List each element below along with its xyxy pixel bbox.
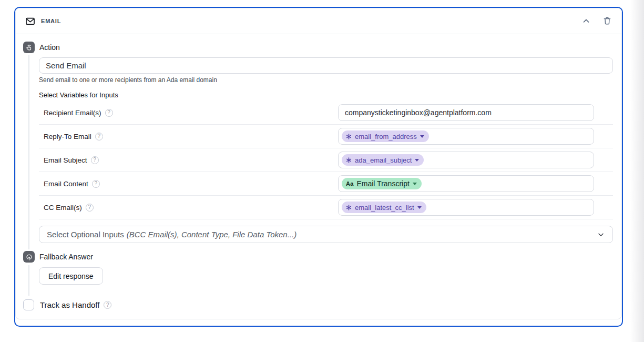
block-header: EMAIL (16, 8, 621, 34)
help-icon[interactable]: ? (105, 109, 113, 117)
action-select-input[interactable]: Send Email (39, 57, 613, 74)
connector-line (28, 265, 29, 296)
action-description: Send email to one or more recipients fro… (39, 76, 613, 84)
inputs-section-title: Select Variables for Inputs (39, 91, 613, 99)
row-label-text: Recipient Email(s) (44, 109, 101, 117)
caret-down-icon (413, 183, 417, 185)
help-icon[interactable]: ? (95, 133, 103, 140)
fallback-section-head: Fallback Answer (23, 251, 613, 263)
envelope-icon (25, 16, 35, 26)
optional-inputs-select[interactable]: Select Optional Inputs (BCC Email(s), Co… (39, 226, 613, 243)
variable-pill[interactable]: ada_email_subject (342, 154, 424, 166)
track-as-handoff-row: Track as Handoff ? (23, 299, 613, 310)
fallback-label: Fallback Answer (39, 253, 93, 261)
block-title: EMAIL (41, 18, 61, 24)
help-icon[interactable]: ? (92, 180, 100, 188)
row-label-text: Email Subject (44, 156, 87, 164)
delete-trash-icon[interactable] (602, 16, 612, 26)
action-label: Action (39, 43, 60, 52)
row-cc-emails: CC Email(s) ? email_latest_cc_list (39, 196, 613, 219)
text-type-icon: Aa (346, 180, 353, 187)
reply-to-email-field[interactable]: email_from_address (338, 128, 594, 145)
caret-down-icon (417, 206, 422, 209)
variable-asterisk-icon (346, 205, 352, 210)
header-actions (581, 16, 612, 26)
optional-inputs-label: Select Optional Inputs (47, 230, 124, 239)
row-email-content: Email Content ? Aa Email Transcript (39, 172, 613, 196)
caret-down-icon (415, 159, 419, 162)
row-label-text: Reply-To Email (44, 133, 91, 140)
email-content-field[interactable]: Aa Email Transcript (338, 175, 594, 192)
row-email-subject: Email Subject ? ada_email_subject (39, 148, 613, 172)
email-subject-field[interactable]: ada_email_subject (338, 152, 594, 168)
recipient-email-input[interactable]: companysticketinginbox@agentplatform.com (338, 104, 594, 121)
optional-inputs-preview: (BCC Email(s), Content Type, File Data T… (127, 230, 297, 239)
input-rows: Recipient Email(s) ? companysticketingin… (39, 101, 613, 219)
variable-asterisk-icon (346, 134, 352, 139)
tap-action-icon[interactable] (23, 42, 35, 53)
block-body: Action Send Email Send email to one or m… (16, 34, 621, 319)
row-reply-to-email: Reply-To Email ? email_from_address (39, 125, 613, 148)
caret-down-icon (420, 135, 424, 138)
action-value: Send Email (46, 61, 86, 70)
text-variable-pill[interactable]: Aa Email Transcript (342, 178, 422, 189)
track-as-handoff-label: Track as Handoff (40, 300, 99, 309)
email-block-card: EMAIL (14, 7, 623, 327)
cc-emails-field[interactable]: email_latest_cc_list (338, 199, 594, 216)
row-label-text: CC Email(s) (44, 204, 82, 212)
row-label-text: Email Content (44, 180, 88, 188)
action-section-head: Action (23, 42, 613, 53)
edit-response-button[interactable]: Edit response (39, 267, 103, 285)
variable-asterisk-icon (346, 157, 352, 163)
help-icon[interactable]: ? (104, 301, 111, 309)
variable-pill[interactable]: email_from_address (342, 130, 429, 142)
row-recipient-email: Recipient Email(s) ? companysticketingin… (39, 101, 613, 125)
chevron-down-icon (597, 230, 605, 239)
variable-pill[interactable]: email_latest_cc_list (342, 202, 426, 213)
help-icon[interactable]: ? (86, 204, 94, 212)
help-icon[interactable]: ? (91, 156, 99, 164)
connector-line (28, 55, 29, 249)
canvas-edge-gradient (630, 0, 644, 342)
track-as-handoff-checkbox[interactable] (23, 299, 34, 310)
fallback-answer-icon (23, 251, 35, 263)
email-block-panel: EMAIL (15, 8, 622, 319)
collapse-chevron-up-icon[interactable] (581, 16, 591, 26)
